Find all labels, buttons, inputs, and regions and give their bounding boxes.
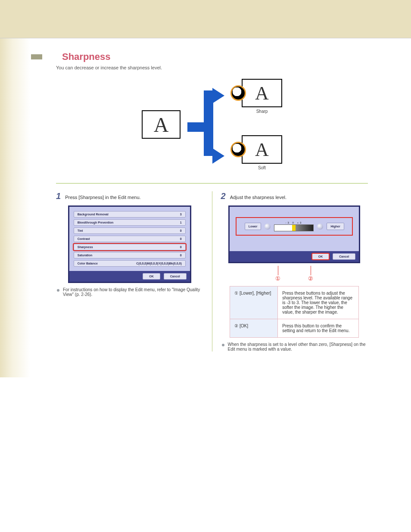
row-value: 0 <box>180 237 182 240</box>
scale: -3 0 +3 <box>274 221 314 231</box>
callout-line-icon <box>278 266 278 275</box>
note-text: When the sharpness is set to a level oth… <box>228 342 368 352</box>
row-value: 0 <box>180 229 182 232</box>
step-divider <box>212 191 212 352</box>
panel-footer: OK Cancel <box>69 271 190 282</box>
step-2-text: Adjust the sharpness level. <box>230 195 286 200</box>
row-value: 0 <box>180 246 182 249</box>
table-row: ① [Lower], [Higher] Press these buttons … <box>230 286 359 319</box>
row-label: Background Removal <box>78 213 109 216</box>
lower-button[interactable]: Lower <box>245 223 262 230</box>
sharpness-illustration: A A Sharp A Soft <box>56 79 368 170</box>
row-value: 3 <box>180 213 182 216</box>
step-2: 2 Adjust the sharpness level. Lower -3 0… <box>221 191 368 352</box>
section-title: Sharpness <box>62 51 111 62</box>
row-value: C(0,0,0)M(0,0,0)Y(0,0,0)Bk(0,0,0) <box>136 262 181 265</box>
row-label: Contrast <box>78 237 90 240</box>
ok-button[interactable]: OK <box>143 273 160 280</box>
ok-button[interactable]: OK <box>312 253 330 260</box>
magnifier-icon <box>230 85 246 101</box>
callout-row: ① ② <box>221 266 368 282</box>
row-value: 0 <box>180 254 182 257</box>
row-label: Saturation <box>78 254 93 257</box>
row-color-balance[interactable]: Color Balance C(0,0,0)M(0,0,0)Y(0,0,0)Bk… <box>74 260 186 267</box>
cancel-button[interactable]: Cancel <box>333 253 355 260</box>
cancel-button[interactable]: Cancel <box>164 273 187 280</box>
sharpness-adjust-panel: Lower -3 0 +3 Higher OK <box>228 205 360 263</box>
edit-menu-panel: Background Removal 3 Bleedthrough Preven… <box>68 205 191 283</box>
bullet-icon <box>222 344 224 346</box>
row-tint[interactable]: Tint 0 <box>74 227 186 234</box>
row-background-removal[interactable]: Background Removal 3 <box>74 211 186 218</box>
row-saturation[interactable]: Saturation 0 <box>74 252 186 258</box>
row-label: Tint <box>78 229 83 232</box>
header-band <box>0 0 411 38</box>
variant-sharp-label: Sharp <box>242 109 282 114</box>
bullet-icon <box>57 289 59 292</box>
slider-knob-icon <box>265 224 271 230</box>
table-row: ② [OK] Press this button to confirm the … <box>230 319 359 338</box>
step-1-number: 1 <box>56 191 61 201</box>
scale-ticks: -3 0 +3 <box>286 221 303 224</box>
section-marker-icon <box>31 54 42 59</box>
sharpness-scale-icon <box>274 224 314 231</box>
step-2-number: 2 <box>221 191 226 201</box>
row-contrast[interactable]: Contrast 0 <box>74 236 186 242</box>
fork-arrow-icon <box>187 88 235 161</box>
left-margin-fade <box>0 38 30 377</box>
page: Sharpness You can decrease or increase t… <box>0 38 411 377</box>
panel2-footer: OK Cancel <box>230 251 359 262</box>
row-sharpness[interactable]: Sharpness 0 <box>74 244 186 250</box>
variant-soft-label: Soft <box>242 165 282 170</box>
sample-sharp-icon: A <box>242 79 282 107</box>
section-subtitle: You can decrease or increase the sharpne… <box>56 65 368 70</box>
callout-1: ① <box>275 275 280 282</box>
section-header: Sharpness <box>56 51 368 62</box>
section-divider <box>56 183 368 184</box>
step-1: 1 Press [Sharpness] in the Edit menu. Ba… <box>56 191 203 352</box>
opt-head-2: ② [OK] <box>230 319 278 338</box>
callout-line-icon <box>311 266 311 275</box>
higher-button[interactable]: Higher <box>327 223 344 230</box>
step-2-note: When the sharpness is set to a level oth… <box>222 342 368 352</box>
callout-2: ② <box>308 275 313 282</box>
adjust-controls-highlight: Lower -3 0 +3 Higher <box>236 217 353 236</box>
slider-knob-icon <box>317 224 323 230</box>
step-1-text: Press [Sharpness] in the Edit menu. <box>65 195 140 200</box>
option-table: ① [Lower], [Higher] Press these buttons … <box>230 286 359 338</box>
opt-desc-1: Press these buttons to adjust the sharpn… <box>278 286 359 319</box>
magnifier-icon <box>230 142 246 157</box>
opt-head-1: ① [Lower], [Higher] <box>230 286 278 319</box>
row-value: 1 <box>180 221 182 224</box>
row-label: Color Balance <box>78 262 98 265</box>
sample-soft-icon: A <box>242 135 282 164</box>
note-text: For instructions on how to display the E… <box>63 287 203 297</box>
sample-original-icon: A <box>142 110 181 139</box>
row-label: Sharpness <box>78 246 93 249</box>
row-label: Bleedthrough Prevention <box>78 221 114 224</box>
step-1-note: For instructions on how to display the E… <box>57 287 203 297</box>
opt-desc-2: Press this button to confirm the setting… <box>278 319 359 338</box>
row-bleedthrough[interactable]: Bleedthrough Prevention 1 <box>74 219 186 226</box>
